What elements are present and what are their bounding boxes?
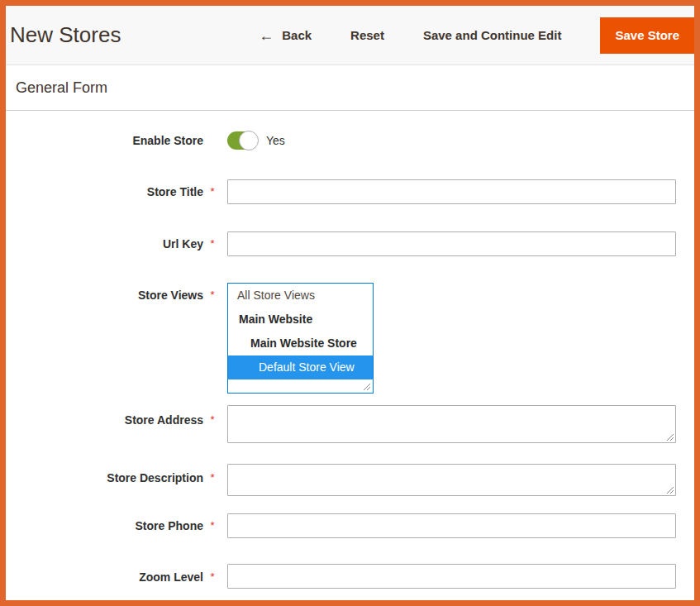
resize-handle-icon[interactable] xyxy=(666,433,674,441)
store-address-textarea[interactable] xyxy=(227,405,676,443)
enable-store-toggle-value: Yes xyxy=(266,131,285,150)
save-and-continue-button[interactable]: Save and Continue Edit xyxy=(423,28,562,42)
option-all-store-views[interactable]: All Store Views xyxy=(228,284,373,308)
toggle-knob xyxy=(239,131,259,150)
store-description-textarea[interactable] xyxy=(227,464,676,496)
required-asterisk: * xyxy=(203,412,221,428)
page-title: New Stores xyxy=(10,22,121,48)
reset-button[interactable]: Reset xyxy=(350,28,384,42)
field-row-enable-store: Enable Store * Yes xyxy=(6,129,694,150)
enable-store-toggle[interactable] xyxy=(227,131,258,150)
field-row-store-title: Store Title * xyxy=(6,179,694,204)
general-form: Enable Store * Yes Store Title * U xyxy=(6,111,694,599)
store-views-label: Store Views xyxy=(138,287,203,303)
store-phone-label: Store Phone xyxy=(136,518,203,534)
field-row-store-description: Store Description * xyxy=(6,464,694,496)
required-asterisk: * xyxy=(203,569,221,585)
field-row-url-key: Url Key * xyxy=(6,231,694,256)
url-key-input[interactable] xyxy=(227,231,676,256)
required-asterisk: * xyxy=(203,287,221,303)
section-title: General Form xyxy=(16,79,107,97)
store-address-label: Store Address xyxy=(125,412,203,428)
back-arrow-icon: ← xyxy=(259,28,274,43)
reset-button-label: Reset xyxy=(350,28,384,42)
save-store-button[interactable]: Save Store xyxy=(600,17,694,54)
enable-store-label: Enable Store xyxy=(132,132,203,149)
zoom-level-label: Zoom Level xyxy=(139,569,203,585)
option-main-website[interactable]: Main Website xyxy=(228,308,373,332)
required-asterisk: * xyxy=(203,184,221,200)
zoom-level-input[interactable] xyxy=(227,564,676,589)
required-asterisk: * xyxy=(203,470,221,486)
store-phone-input[interactable] xyxy=(227,513,676,538)
store-views-multiselect[interactable]: All Store Views Main Website Main Websit… xyxy=(227,283,374,394)
field-row-store-views: Store Views * All Store Views Main Websi… xyxy=(6,283,694,394)
resize-handle-icon[interactable] xyxy=(666,486,674,494)
field-row-store-phone: Store Phone * xyxy=(6,513,694,538)
back-button[interactable]: ← Back xyxy=(259,28,312,43)
header-actions: ← Back Reset Save and Continue Edit Save… xyxy=(259,17,694,54)
save-and-continue-label: Save and Continue Edit xyxy=(423,28,562,42)
required-asterisk: * xyxy=(203,518,221,534)
option-main-website-store[interactable]: Main Website Store xyxy=(228,332,373,355)
back-button-label: Back xyxy=(282,28,312,42)
required-asterisk: * xyxy=(203,236,221,252)
store-title-input[interactable] xyxy=(227,179,676,204)
field-row-store-address: Store Address * xyxy=(6,405,694,443)
page-header: New Stores ← Back Reset Save and Continu… xyxy=(6,6,694,65)
store-description-label: Store Description xyxy=(107,470,203,486)
new-store-page: New Stores ← Back Reset Save and Continu… xyxy=(0,0,700,606)
general-form-section-header: General Form xyxy=(6,65,694,111)
field-row-zoom-level: Zoom Level * xyxy=(6,564,694,589)
store-title-label: Store Title xyxy=(147,184,203,200)
resize-handle-icon[interactable] xyxy=(363,383,371,391)
url-key-label: Url Key xyxy=(163,236,203,252)
option-default-store-view-selected[interactable]: Default Store View xyxy=(228,355,373,379)
